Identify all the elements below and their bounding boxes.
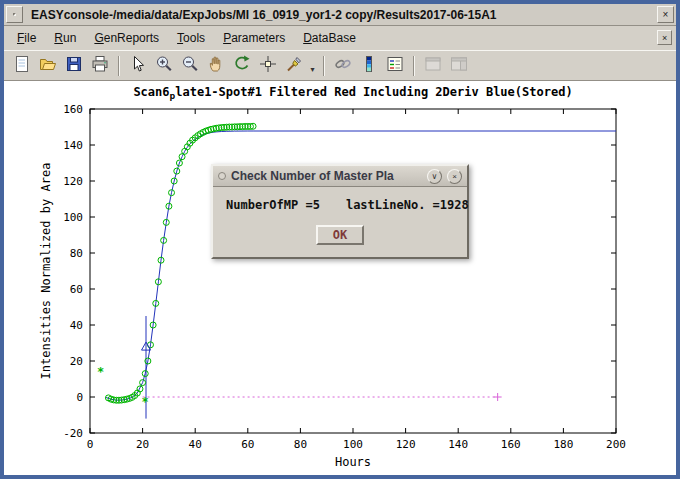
brush-data-icon xyxy=(284,54,304,77)
edit-plot-button[interactable] xyxy=(125,53,151,79)
x-tick-label: 60 xyxy=(241,438,254,451)
zoom-out-icon xyxy=(180,54,200,77)
insert-legend-button[interactable] xyxy=(382,53,408,79)
window-close-button[interactable]: × xyxy=(657,6,674,23)
y-tick-label: 0 xyxy=(76,391,83,404)
brush-data-button[interactable] xyxy=(281,53,307,79)
y-tick-label: -20 xyxy=(63,427,83,440)
dialog-icon xyxy=(218,172,226,180)
dialog-check-master-plates: Check Number of Master Pla ∨ × NumberOfM… xyxy=(211,164,469,259)
toolbar: ▾ xyxy=(4,50,676,81)
toolbar-separator xyxy=(118,56,120,76)
x-tick-label: 0 xyxy=(87,438,94,451)
x-tick-label: 180 xyxy=(553,438,573,451)
y-tick-label: 120 xyxy=(63,175,83,188)
x-tick-label: 160 xyxy=(501,438,521,451)
toolbar-separator xyxy=(413,56,415,76)
link-plot-button[interactable] xyxy=(330,53,356,79)
dialog-title: Check Number of Master Pla xyxy=(231,169,422,183)
y-tick-label: 160 xyxy=(63,103,83,116)
pan-icon xyxy=(206,54,226,77)
x-tick-label: 100 xyxy=(343,438,363,451)
save-figure-icon xyxy=(64,54,84,77)
menu-bar: FileRunGenReportsToolsParametersDataBase… xyxy=(4,26,676,50)
menu-database[interactable]: DataBase xyxy=(294,28,365,48)
open-file-icon xyxy=(38,54,58,77)
window-menu-button[interactable] xyxy=(6,6,23,23)
window-menu-icon xyxy=(13,13,16,16)
dialog-body: NumberOfMP =5 lastLineNo. =1928 OK xyxy=(213,187,467,257)
dialog-collapse-button[interactable]: ∨ xyxy=(427,169,442,184)
hide-plot-tools-icon xyxy=(423,54,443,77)
insert-legend-icon xyxy=(385,54,405,77)
menus: FileRunGenReportsToolsParametersDataBase xyxy=(8,28,365,48)
zoom-in-button[interactable] xyxy=(151,53,177,79)
svg-text:*: * xyxy=(142,395,149,409)
axes-box xyxy=(90,109,616,433)
menu-tools[interactable]: Tools xyxy=(168,28,214,48)
link-plot-icon xyxy=(333,54,353,77)
x-axis-label: Hours xyxy=(335,455,371,469)
close-icon: × xyxy=(452,172,457,181)
x-tick-label: 80 xyxy=(294,438,307,451)
x-tick-label: 20 xyxy=(136,438,149,451)
y-tick-label: 60 xyxy=(70,283,83,296)
close-icon: × xyxy=(663,9,669,20)
menu-parameters[interactable]: Parameters xyxy=(214,28,294,48)
chevron-down-icon: ▾ xyxy=(310,65,314,74)
insert-colorbar-icon xyxy=(359,54,379,77)
figure-canvas[interactable]: 020406080100120140160180200-200204060801… xyxy=(4,81,676,473)
chart-title: Scan6plate1-Spot#1 Filtered Red Includin… xyxy=(133,85,572,101)
x-tick-label: 200 xyxy=(606,438,626,451)
dialog-titlebar[interactable]: Check Number of Master Pla ∨ × xyxy=(213,166,467,187)
y-tick-label: 40 xyxy=(70,319,83,332)
zoom-out-button[interactable] xyxy=(177,53,203,79)
zoom-in-icon xyxy=(154,54,174,77)
print-figure-button[interactable] xyxy=(87,53,113,79)
new-figure-icon xyxy=(12,54,32,77)
ok-button[interactable]: OK xyxy=(316,225,364,245)
hide-plot-tools-button xyxy=(420,53,446,79)
insert-colorbar-button[interactable] xyxy=(356,53,382,79)
edit-plot-icon xyxy=(128,54,148,77)
menu-genreports[interactable]: GenReports xyxy=(85,28,168,48)
menu-file[interactable]: File xyxy=(8,28,45,48)
rotate-3d-icon xyxy=(232,54,252,77)
svg-text:*: * xyxy=(97,365,104,379)
chevron-down-icon: ∨ xyxy=(432,172,438,181)
dialog-message-left: NumberOfMP =5 xyxy=(226,198,320,212)
y-tick-label: 20 xyxy=(70,355,83,368)
open-file-button[interactable] xyxy=(35,53,61,79)
close-icon: × xyxy=(662,33,667,43)
dialog-close-button[interactable]: × xyxy=(447,169,462,184)
dialog-message-right: lastLineNo. =1928 xyxy=(346,198,469,212)
x-tick-label: 140 xyxy=(448,438,468,451)
data-cursor-icon xyxy=(258,54,278,77)
y-axis-label: Intensities Normalized by Area xyxy=(39,163,53,380)
figure-area: 020406080100120140160180200-200204060801… xyxy=(4,81,676,475)
window-title: EASYconsole-/media/data/ExpJobs/MI 16_09… xyxy=(26,8,654,22)
y-tick-label: 80 xyxy=(70,247,83,260)
x-tick-label: 120 xyxy=(396,438,416,451)
save-figure-button[interactable] xyxy=(61,53,87,79)
toolbar-separator xyxy=(323,56,325,76)
y-tick-label: 140 xyxy=(63,139,83,152)
menu-run[interactable]: Run xyxy=(45,28,85,48)
show-plot-tools-icon xyxy=(449,54,469,77)
data-cursor-button[interactable] xyxy=(255,53,281,79)
dialog-message: NumberOfMP =5 lastLineNo. =1928 xyxy=(226,198,454,212)
show-plot-tools-button xyxy=(446,53,472,79)
y-tick-label: 100 xyxy=(63,211,83,224)
window-titlebar: EASYconsole-/media/data/ExpJobs/MI 16_09… xyxy=(4,4,676,26)
menubar-close-button[interactable]: × xyxy=(657,30,672,45)
x-tick-label: 40 xyxy=(189,438,202,451)
brush-data-dropdown-button[interactable]: ▾ xyxy=(307,53,318,79)
new-figure-button[interactable] xyxy=(9,53,35,79)
pan-button[interactable] xyxy=(203,53,229,79)
print-figure-icon xyxy=(90,54,110,77)
app-window: EASYconsole-/media/data/ExpJobs/MI 16_09… xyxy=(0,0,680,479)
rotate-3d-button[interactable] xyxy=(229,53,255,79)
